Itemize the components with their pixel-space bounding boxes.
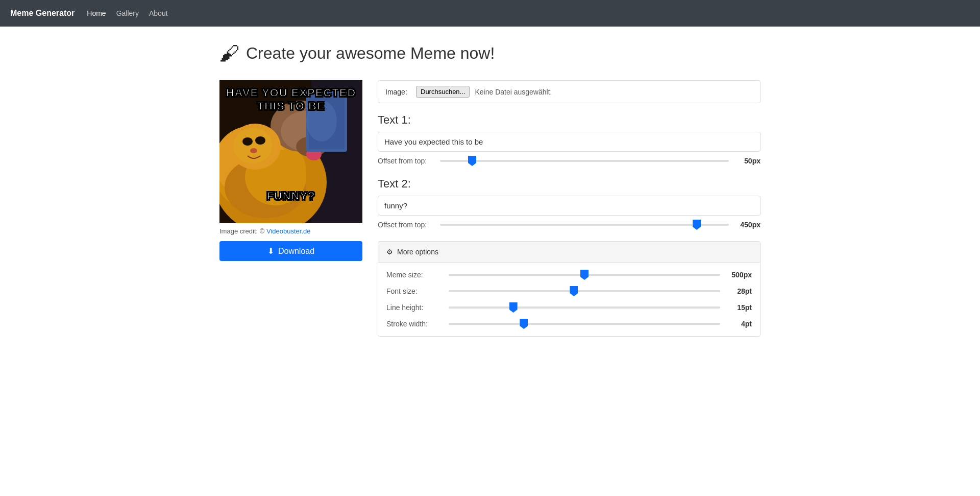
navbar-link-about[interactable]: About <box>149 9 168 17</box>
file-label: Image: <box>385 88 411 96</box>
stroke-width-value: 4pt <box>726 320 752 328</box>
left-panel: HAVE YOU EXPECTED THIS TO BE FUNNY? Imag… <box>219 80 362 261</box>
main-content: 🖌 Create your awesome Meme now! <box>209 27 771 352</box>
text2-title: Text 2: <box>378 177 761 191</box>
text2-offset-value: 450px <box>735 221 761 229</box>
text1-offset-label: Offset from top: <box>378 157 434 165</box>
more-options-panel: ⚙ More options Meme size: 500px Font siz… <box>378 241 761 337</box>
line-height-row: Line height: 15pt <box>386 303 752 312</box>
navbar: Meme Generator Home Gallery About <box>0 0 980 27</box>
meme-image-container: HAVE YOU EXPECTED THIS TO BE FUNNY? <box>219 80 362 223</box>
svg-point-16 <box>255 136 265 145</box>
navbar-links: Home Gallery About <box>87 9 167 17</box>
more-options-header[interactable]: ⚙ More options <box>378 242 760 263</box>
more-options-label: More options <box>397 248 438 256</box>
font-size-slider[interactable] <box>449 290 720 292</box>
page-title: Create your awesome Meme now! <box>246 44 495 63</box>
download-label: Download <box>278 247 314 256</box>
line-height-label: Line height: <box>386 303 443 312</box>
brush-icon: 🖌 <box>219 42 240 65</box>
meme-size-value: 500px <box>726 271 752 279</box>
page-header: 🖌 Create your awesome Meme now! <box>219 42 761 65</box>
download-button[interactable]: ⬇ Download <box>219 241 362 261</box>
text2-input[interactable] <box>378 196 761 216</box>
meme-text-top: HAVE YOU EXPECTED THIS TO BE <box>219 86 362 113</box>
gear-icon: ⚙ <box>386 248 393 256</box>
navbar-link-gallery[interactable]: Gallery <box>116 9 139 17</box>
text2-offset-label: Offset from top: <box>378 221 434 229</box>
svg-point-15 <box>242 137 253 146</box>
image-credit: Image credit: © Videobuster.de <box>219 227 362 235</box>
text1-input[interactable] <box>378 132 761 152</box>
meme-text-bottom: FUNNY? <box>219 190 362 203</box>
line-height-value: 15pt <box>726 303 752 312</box>
text1-title: Text 1: <box>378 113 761 127</box>
file-browse-button[interactable]: Durchsuchen... <box>416 86 470 98</box>
download-icon: ⬇ <box>267 246 274 256</box>
navbar-brand: Meme Generator <box>10 9 75 18</box>
text2-offset-row: Offset from top: 450px <box>378 221 761 229</box>
stroke-width-row: Stroke width: 4pt <box>386 320 752 328</box>
stroke-width-slider[interactable] <box>449 323 720 325</box>
content-layout: HAVE YOU EXPECTED THIS TO BE FUNNY? Imag… <box>219 80 761 337</box>
right-panel: Image: Durchsuchen... Keine Datei ausgew… <box>378 80 761 337</box>
meme-size-slider[interactable] <box>449 274 720 276</box>
file-input-row: Image: Durchsuchen... Keine Datei ausgew… <box>378 80 761 103</box>
svg-point-17 <box>250 148 257 153</box>
text2-section: Text 2: Offset from top: 450px <box>378 177 761 229</box>
font-size-value: 28pt <box>726 287 752 295</box>
font-size-label: Font size: <box>386 287 443 295</box>
text1-offset-value: 50px <box>735 157 761 165</box>
more-options-body: Meme size: 500px Font size: 28pt Line he… <box>378 263 760 336</box>
font-size-row: Font size: 28pt <box>386 287 752 295</box>
text1-offset-row: Offset from top: 50px <box>378 157 761 165</box>
image-credit-link[interactable]: Videobuster.de <box>266 227 311 235</box>
text1-section: Text 1: Offset from top: 50px <box>378 113 761 165</box>
meme-size-row: Meme size: 500px <box>386 271 752 279</box>
meme-size-label: Meme size: <box>386 271 443 279</box>
line-height-slider[interactable] <box>449 306 720 309</box>
text1-offset-slider[interactable] <box>440 160 729 162</box>
file-no-file-text: Keine Datei ausgewählt. <box>475 88 552 96</box>
stroke-width-label: Stroke width: <box>386 320 443 328</box>
navbar-link-home[interactable]: Home <box>87 9 106 17</box>
text2-offset-slider[interactable] <box>440 224 729 226</box>
